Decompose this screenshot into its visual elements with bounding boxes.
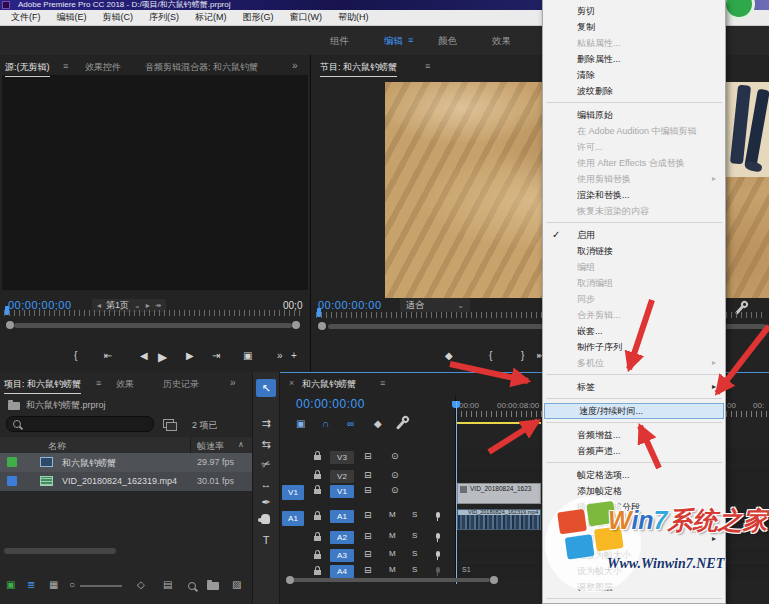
slip-tool[interactable]: ↔	[256, 475, 276, 493]
menubar-item[interactable]: 帮助(H)	[330, 11, 377, 24]
source-patch-badge[interactable]: V1	[282, 485, 304, 500]
track-output-icon[interactable]: ⊟	[364, 549, 372, 559]
menubar-item[interactable]: 图形(G)	[235, 11, 282, 24]
source-ruler[interactable]	[4, 310, 304, 316]
track-solo-button[interactable]: S	[412, 510, 417, 519]
track-solo-button[interactable]: S	[412, 565, 417, 574]
search-input[interactable]	[6, 416, 154, 432]
menubar-item[interactable]: 文件(F)	[3, 11, 49, 24]
mark-in-button[interactable]: {	[489, 350, 492, 361]
source-panel-menu-icon[interactable]: ≡	[63, 61, 68, 71]
tab-project-item[interactable]: 效果	[116, 378, 134, 391]
project-panel-menu-icon[interactable]: ≡	[96, 378, 101, 388]
source-scrollbar-right-handle[interactable]	[292, 321, 300, 329]
track-eye-icon[interactable]: ⊙	[391, 470, 399, 480]
menubar-item[interactable]: 编辑(E)	[49, 11, 95, 24]
program-panel-menu-icon[interactable]: ≡	[425, 61, 430, 71]
column-divider[interactable]	[190, 437, 191, 453]
fit-select[interactable]: 适合 ⌄	[400, 298, 470, 312]
workspace-tab-item[interactable]: 效果	[492, 35, 511, 48]
mark-out-button[interactable]: }	[521, 350, 524, 361]
project-writable-icon[interactable]: ▣	[6, 579, 15, 590]
timeline-hscrollbar-left-handle[interactable]	[286, 576, 294, 584]
tab-project-item[interactable]: 历史记录	[163, 378, 199, 391]
workspace-menu-icon[interactable]: ≡	[408, 35, 413, 45]
context-menu-item[interactable]: 使用剪辑替换▸	[543, 171, 725, 187]
audio-clip[interactable]: VID_20180824_162319.mp4	[457, 509, 541, 530]
add-marker-icon[interactable]: ◆	[374, 418, 382, 429]
tab-program-monitor[interactable]: 节目: 和六鼠钓螃蟹	[320, 61, 397, 77]
video-clip[interactable]: VID_20180824_1623	[457, 483, 541, 504]
context-menu-item[interactable]: 波纹删除	[543, 83, 725, 99]
more-button[interactable]: »	[277, 350, 283, 361]
context-menu-item[interactable]: 编辑原始	[543, 107, 725, 123]
skip-icon[interactable]: ↠	[155, 301, 162, 310]
menubar-item[interactable]: 剪辑(C)	[95, 11, 142, 24]
timeline-hscrollbar-right-handle[interactable]	[490, 576, 498, 584]
context-menu-item[interactable]: 同步	[543, 291, 725, 307]
chevron-down-icon[interactable]: ⌄	[134, 301, 141, 310]
context-menu-item[interactable]: 使用 After Effects 合成替换	[543, 155, 725, 171]
menu-item-speed-duration[interactable]: 速度/持续时间...	[544, 403, 724, 419]
workspace-tab-item[interactable]: 组件	[330, 35, 349, 48]
new-item-icon[interactable]: ▨	[232, 579, 241, 590]
icon-view-icon[interactable]: ▦	[49, 579, 58, 590]
export-frame-button[interactable]: ▣	[243, 350, 252, 361]
filmstrip-icon[interactable]: ▤	[163, 579, 172, 590]
list-view-icon[interactable]: ≣	[27, 579, 35, 590]
track-target-a2[interactable]: A2	[330, 531, 354, 544]
close-icon[interactable]: ×	[289, 378, 294, 388]
step-fwd-button[interactable]: ▶	[186, 350, 194, 361]
track-output-icon[interactable]: ⊟	[364, 531, 372, 541]
track-lock-icon[interactable]	[314, 554, 321, 559]
step-back-button[interactable]: ◀	[140, 350, 148, 361]
label-color-swatch[interactable]	[7, 476, 17, 486]
context-menu-item[interactable]: 在 Adobe Audition 中编辑剪辑	[543, 123, 725, 139]
context-menu-item[interactable]: 制作子序列	[543, 339, 725, 355]
track-target-a1[interactable]: A1	[330, 510, 354, 523]
zoom-out-icon[interactable]: ○	[69, 579, 75, 590]
item-name[interactable]: 和六鼠钓螃蟹	[62, 457, 116, 470]
track-mute-button[interactable]: M	[389, 510, 396, 519]
pen-tool[interactable]: ✒	[256, 493, 276, 511]
track-target-v3[interactable]: V3	[330, 451, 354, 464]
context-menu-item[interactable]: 添加帧定格	[543, 483, 725, 499]
context-menu-item[interactable]: 清除	[543, 67, 725, 83]
context-menu-item[interactable]: 恢复未渲染的内容	[543, 203, 725, 219]
nest-toggle-icon[interactable]: ▣	[296, 418, 305, 429]
source-patch-badge[interactable]: A1	[282, 511, 304, 526]
track-mute-button[interactable]: M	[389, 565, 396, 574]
track-output-icon[interactable]: ⊟	[364, 470, 372, 480]
timeline-hscrollbar[interactable]	[292, 578, 490, 582]
track-output-icon[interactable]: ⊟	[364, 565, 372, 575]
new-bin-icon[interactable]	[207, 582, 219, 590]
track-solo-button[interactable]: S	[412, 549, 417, 558]
timeline-panel-menu-icon[interactable]: ≡	[380, 378, 385, 388]
source-tabs-overflow-icon[interactable]: »	[292, 60, 298, 71]
play-button[interactable]: ▶	[158, 350, 167, 364]
track-lock-icon[interactable]	[314, 489, 321, 494]
track-output-icon[interactable]: ⊟	[364, 485, 372, 495]
track-mic-icon[interactable]	[436, 533, 440, 539]
track-lock-icon[interactable]	[314, 570, 321, 575]
context-menu-item[interactable]: 标签▸	[543, 379, 725, 395]
page-prev-icon[interactable]: ◂	[97, 301, 101, 310]
workspace-tab-item[interactable]: 颜色	[438, 35, 457, 48]
track-mic-icon[interactable]	[436, 512, 440, 518]
automate-to-sequence-icon[interactable]: ◇	[137, 579, 145, 590]
track-target-v1[interactable]: V1	[330, 485, 354, 498]
ripple-edit-tool[interactable]: ⇆	[256, 435, 276, 453]
track-target-v2[interactable]: V2	[330, 470, 354, 483]
linked-selection-icon[interactable]: ∞	[347, 418, 354, 429]
tab-project-active[interactable]: 项目: 和六鼠钓螃蟹	[4, 378, 81, 394]
track-output-icon[interactable]: ⊟	[364, 510, 372, 520]
tab-source[interactable]: 音频剪辑混合器: 和六鼠钓蟹	[145, 61, 258, 74]
sort-asc-icon[interactable]: ∧	[238, 440, 244, 449]
track-select-forward-tool[interactable]: ⇉	[256, 414, 276, 432]
menubar-item[interactable]: 序列(S)	[141, 11, 187, 24]
label-color-swatch[interactable]	[7, 457, 17, 467]
type-tool[interactable]: T	[256, 531, 276, 549]
context-menu-item[interactable]: 启用✓	[543, 227, 725, 243]
in-out-view-icon[interactable]	[163, 419, 174, 428]
track-lock-icon[interactable]	[314, 515, 321, 520]
